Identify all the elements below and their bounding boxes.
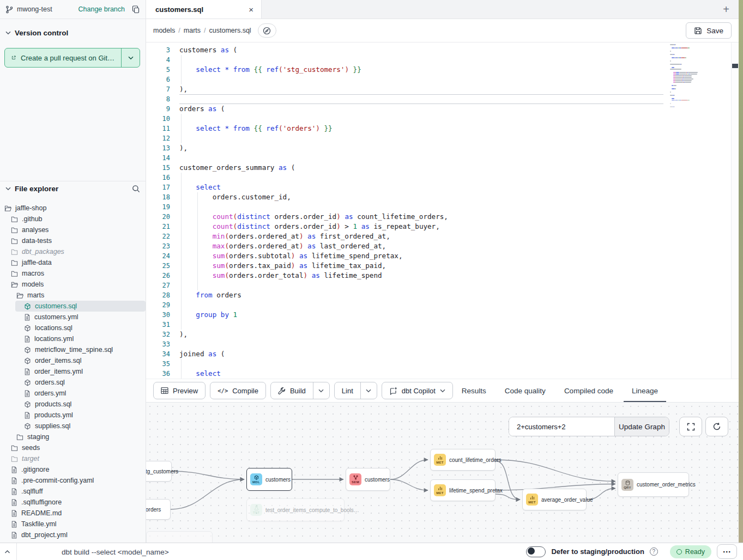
file-item--sqlfluff[interactable]: .sqlfluff bbox=[0, 486, 146, 497]
change-branch-link[interactable]: Change branch bbox=[78, 5, 125, 13]
code-line-21[interactable]: 21 count(distinct orders.order_id) > 1 a… bbox=[146, 222, 739, 232]
save-button[interactable]: Save bbox=[686, 22, 732, 39]
code-line-9[interactable]: 9orders as ( bbox=[146, 104, 739, 114]
tab-code-quality[interactable]: Code quality bbox=[505, 379, 546, 402]
file-item--pre-commit-config-yaml[interactable]: .pre-commit-config.yaml bbox=[0, 475, 146, 486]
chevron-up-icon[interactable] bbox=[4, 543, 10, 560]
code-line-35[interactable]: 35 bbox=[146, 359, 739, 369]
lineage-node-test_node[interactable]: TSTtest_order_items_compute_to_bools… bbox=[246, 498, 345, 521]
code-line-33[interactable]: 33 bbox=[146, 339, 739, 349]
code-line-10[interactable]: 10 bbox=[146, 114, 739, 124]
file-item-products-yml[interactable]: products.yml bbox=[0, 410, 146, 421]
file-item-taskfile-yml[interactable]: Taskfile.yml bbox=[0, 519, 146, 529]
file-item-staging[interactable]: staging bbox=[0, 431, 146, 442]
file-item-orders-yml[interactable]: orders.yml bbox=[0, 388, 146, 399]
lineage-node-customers_sem[interactable]: SEMcustomers bbox=[346, 468, 390, 491]
tab-lineage[interactable]: Lineage bbox=[632, 379, 658, 402]
code-line-3[interactable]: 3customers as ( bbox=[146, 45, 739, 55]
code-line-26[interactable]: 26 sum(orders.order_total) as lifetime_s… bbox=[146, 271, 739, 281]
file-item-customers-sql[interactable]: customers.sql bbox=[15, 301, 146, 312]
file-item-locations-sql[interactable]: locations.sql bbox=[0, 322, 146, 333]
file-item-dbt-project-yml[interactable]: dbt_project.yml bbox=[0, 529, 146, 540]
file-item--gitignore[interactable]: .gitignore bbox=[0, 464, 146, 475]
file-item-locations-yml[interactable]: locations.yml bbox=[0, 333, 146, 344]
build-dropdown[interactable] bbox=[313, 382, 329, 399]
lineage-node-count_lifetime_orders[interactable]: METcount_lifetime_orders bbox=[430, 449, 496, 471]
update-graph-button[interactable]: Update Graph bbox=[614, 417, 669, 436]
code-line-31[interactable]: 31 bbox=[146, 320, 739, 330]
code-line-11[interactable]: 11 select * from {{ ref('orders') }} bbox=[146, 124, 739, 133]
help-icon[interactable]: ? bbox=[650, 547, 658, 556]
version-control-header[interactable]: Version control bbox=[0, 26, 146, 40]
file-item-products-sql[interactable]: products.sql bbox=[0, 399, 146, 410]
dbt-copilot-button[interactable]: dbt Copilot bbox=[382, 382, 453, 399]
dbt-command-input[interactable] bbox=[62, 543, 367, 560]
defer-toggle[interactable] bbox=[526, 546, 546, 557]
fullscreen-button[interactable] bbox=[679, 417, 702, 436]
file-item-models[interactable]: models bbox=[0, 279, 146, 290]
code-line-25[interactable]: 25 sum(orders.tax_paid) as lifetime_tax_… bbox=[146, 261, 739, 271]
file-item-metricflow-time-spine-sql[interactable]: metricflow_time_spine.sql bbox=[0, 344, 146, 355]
file-item-orders-sql[interactable]: orders.sql bbox=[0, 377, 146, 388]
scrollbar-thumb[interactable] bbox=[732, 64, 738, 68]
tab-customers-sql[interactable]: customers.sql × bbox=[146, 0, 262, 19]
build-button[interactable]: Build bbox=[271, 382, 313, 399]
code-line-32[interactable]: 32), bbox=[146, 330, 739, 339]
code-editor[interactable]: 23customers as (45 select * from {{ ref(… bbox=[146, 42, 739, 379]
tab-compiled-code[interactable]: Compiled code bbox=[564, 379, 613, 402]
file-item-customers-yml[interactable]: customers.yml bbox=[0, 312, 146, 322]
code-line-24[interactable]: 24 sum(orders.subtotal) as lifetime_spen… bbox=[146, 251, 739, 261]
code-line-15[interactable]: 15customer_orders_summary as ( bbox=[146, 163, 739, 173]
close-icon[interactable]: × bbox=[249, 5, 253, 14]
lint-button[interactable]: Lint bbox=[335, 382, 360, 399]
code-line-8[interactable]: 8 bbox=[146, 94, 739, 104]
create-pr-dropdown[interactable] bbox=[121, 48, 140, 67]
lineage-node-customer_order_metrics[interactable]: QRYcustomer_order_metrics bbox=[618, 472, 689, 497]
code-line-29[interactable]: 29 bbox=[146, 300, 739, 310]
lineage-node-lifetime_spend_pretax[interactable]: METlifetime_spend_pretax bbox=[430, 479, 496, 501]
explore-button[interactable] bbox=[258, 23, 276, 38]
file-item-analyses[interactable]: analyses bbox=[0, 224, 146, 235]
code-line-30[interactable]: 30 group by 1 bbox=[146, 310, 739, 320]
file-item-jaffle-data[interactable]: jaffle-data bbox=[0, 257, 146, 268]
code-line-6[interactable]: 6 bbox=[146, 75, 739, 84]
file-item-order-items-yml[interactable]: order_items.yml bbox=[0, 366, 146, 377]
file-item-order-items-sql[interactable]: order_items.sql bbox=[0, 355, 146, 366]
more-options-button[interactable]: ⋯ bbox=[717, 544, 737, 559]
copy-icon[interactable] bbox=[132, 5, 140, 14]
code-line-14[interactable]: 14 bbox=[146, 153, 739, 163]
file-item-target[interactable]: target bbox=[0, 453, 146, 464]
code-line-7[interactable]: 7), bbox=[146, 84, 739, 94]
search-icon[interactable] bbox=[132, 185, 140, 193]
code-line-22[interactable]: 22 min(orders.ordered_at) as first_order… bbox=[146, 232, 739, 241]
code-line-4[interactable]: 4 bbox=[146, 55, 739, 65]
create-pr-button[interactable]: Create a pull request on Git… bbox=[5, 48, 121, 67]
code-line-16[interactable]: 16 bbox=[146, 173, 739, 182]
code-line-18[interactable]: 18 orders.customer_id, bbox=[146, 192, 739, 202]
code-line-28[interactable]: 28 from orders bbox=[146, 290, 739, 300]
compile-button[interactable]: </> Compile bbox=[210, 382, 266, 399]
file-item-data-tests[interactable]: data-tests bbox=[0, 235, 146, 246]
code-line-12[interactable]: 12 bbox=[146, 133, 739, 143]
code-line-23[interactable]: 23 max(orders.ordered_at) as last_ordere… bbox=[146, 241, 739, 251]
file-item-readme-md[interactable]: README.md bbox=[0, 508, 146, 519]
new-tab-button[interactable]: + bbox=[714, 0, 739, 19]
preview-button[interactable]: Preview bbox=[153, 382, 206, 399]
code-line-34[interactable]: 34joined as ( bbox=[146, 349, 739, 359]
lineage-node-average_order_value[interactable]: METaverage_order_value bbox=[522, 489, 587, 510]
lineage-selector-input[interactable] bbox=[509, 417, 614, 436]
code-line-19[interactable]: 19 bbox=[146, 202, 739, 212]
editor-scrollbar[interactable] bbox=[731, 42, 739, 379]
file-item--sqlfluffignore[interactable]: .sqlfluffignore bbox=[0, 497, 146, 508]
lineage-node-ghost_node[interactable] bbox=[146, 531, 213, 543]
lineage-node-stg_customers[interactable]: MDLstg_customers bbox=[146, 461, 172, 482]
file-item-marts[interactable]: marts bbox=[0, 290, 146, 301]
lineage-node-customers_mdl[interactable]: MDLcustomers bbox=[246, 468, 292, 491]
file-item-jaffle-shop[interactable]: jaffle-shop bbox=[0, 203, 146, 214]
code-line-13[interactable]: 13), bbox=[146, 143, 739, 153]
file-explorer-header[interactable]: File explorer bbox=[0, 181, 146, 196]
code-line-20[interactable]: 20 count(distinct orders.order_id) as co… bbox=[146, 212, 739, 222]
lint-dropdown[interactable] bbox=[360, 382, 377, 399]
file-item-dbt-packages[interactable]: dbt_packages bbox=[0, 246, 146, 257]
tab-results[interactable]: Results bbox=[462, 379, 486, 402]
